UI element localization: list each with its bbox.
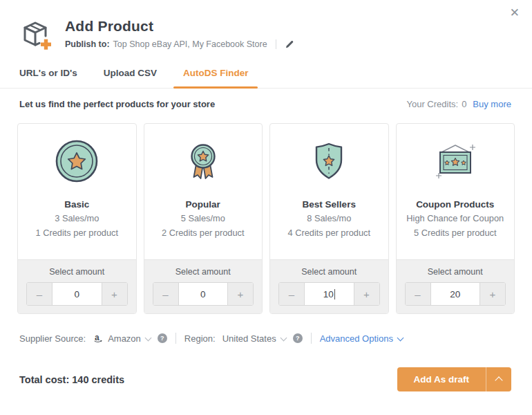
amount-section: Select amount – 10 +: [270, 259, 388, 313]
chevron-down-icon[interactable]: [144, 334, 151, 341]
supplier-options-row: Supplier Source: a Amazon ? Region: Unit…: [0, 333, 532, 344]
finder-subtitle: Let us find the perfect products for you…: [19, 99, 215, 109]
plan-card-coupon-products: Coupon Products High Chance for Coupon 5…: [396, 123, 515, 314]
amount-input[interactable]: 20: [431, 283, 480, 305]
supplier-source-select[interactable]: Amazon: [108, 333, 141, 344]
plan-title: Coupon Products: [397, 199, 515, 210]
finder-subheader: Let us find the perfect products for you…: [0, 99, 532, 109]
svg-text:a: a: [95, 333, 99, 342]
package-plus-icon: [18, 18, 53, 53]
supplier-source-label: Supplier Source:: [19, 333, 86, 344]
plan-sales: 3 Sales/mo: [18, 214, 136, 224]
tab-bar: URL's or ID's Upload CSV AutoDS Finder: [0, 62, 532, 89]
amount-section: Select amount – 20 +: [397, 259, 515, 313]
amount-section: Select amount – 0 +: [144, 259, 263, 313]
amount-stepper: – 20 +: [405, 282, 506, 306]
publish-to-row: Publish to: Top Shop eBay API, My Facebo…: [65, 39, 294, 49]
buy-more-link[interactable]: Buy more: [473, 99, 511, 109]
amount-input[interactable]: 0: [53, 283, 102, 305]
page-title: Add Product: [65, 18, 294, 35]
modal-footer: Total cost: 140 credits Add As draft: [0, 367, 532, 391]
amount-input[interactable]: 0: [179, 283, 228, 305]
plan-cards: Basic 3 Sales/mo 1 Credits per product S…: [17, 123, 515, 314]
credits-value: 0: [462, 99, 466, 109]
credits-label: Your Credits:: [406, 99, 458, 109]
plan-card-popular: Popular 5 Sales/mo 2 Credits per product…: [144, 123, 263, 314]
amount-stepper: – 0 +: [153, 282, 254, 306]
plan-credits: 4 Credits per product: [270, 228, 388, 239]
amazon-icon: a: [93, 333, 104, 344]
chevron-up-icon[interactable]: [486, 367, 511, 391]
plan-title: Best Sellers: [270, 199, 388, 210]
advanced-options-toggle[interactable]: Advanced Options: [320, 333, 406, 344]
tab-autods-finder[interactable]: AutoDS Finder: [173, 62, 258, 88]
divider: [276, 39, 276, 49]
publish-to-stores: Top Shop eBay API, My Facebook Store: [113, 39, 267, 49]
edit-pencil-icon[interactable]: [285, 39, 294, 49]
select-amount-label: Select amount: [405, 267, 506, 277]
region-select[interactable]: United States: [222, 333, 276, 344]
plan-credits: 2 Credits per product: [144, 228, 263, 239]
tab-upload-csv[interactable]: Upload CSV: [94, 62, 167, 88]
text-cursor: [334, 289, 335, 299]
plan-title: Basic: [18, 199, 136, 210]
decrement-button[interactable]: –: [153, 283, 179, 305]
amount-stepper: – 0 +: [26, 282, 128, 306]
divider: [175, 333, 176, 344]
tab-urls-or-ids[interactable]: URL's or ID's: [10, 62, 87, 88]
credits-info: Your Credits: 0 Buy more: [406, 99, 511, 109]
circle-badge-star-icon: [18, 138, 136, 184]
chevron-down-icon: [397, 334, 403, 341]
increment-button[interactable]: +: [479, 283, 505, 305]
close-icon[interactable]: ✕: [507, 4, 522, 21]
chevron-down-icon[interactable]: [280, 334, 287, 341]
medal-ribbon-star-icon: [144, 138, 263, 184]
plan-title: Popular: [144, 199, 263, 210]
increment-button[interactable]: +: [354, 283, 379, 305]
increment-button[interactable]: +: [102, 283, 127, 305]
add-as-draft-button[interactable]: Add As draft: [397, 367, 512, 391]
amount-stepper: – 10 +: [278, 282, 380, 306]
publish-to-label: Publish to:: [65, 39, 110, 49]
select-amount-label: Select amount: [153, 267, 254, 277]
add-product-modal: ✕ Add Product Publish to: Top Shop eBay …: [0, 0, 532, 415]
plan-sales: 5 Sales/mo: [144, 214, 263, 224]
increment-button[interactable]: +: [227, 283, 253, 305]
decrement-button[interactable]: –: [279, 283, 305, 305]
amount-input[interactable]: 10: [305, 283, 354, 305]
region-label: Region:: [184, 333, 216, 344]
decrement-button[interactable]: –: [406, 283, 431, 305]
plan-sales: High Chance for Coupon: [397, 214, 515, 224]
shield-star-icon: [270, 138, 388, 184]
plan-credits: 1 Credits per product: [18, 228, 136, 239]
select-amount-label: Select amount: [278, 267, 380, 277]
decrement-button[interactable]: –: [27, 283, 53, 305]
plan-credits: 5 Credits per product: [397, 228, 515, 239]
plan-card-basic: Basic 3 Sales/mo 1 Credits per product S…: [17, 123, 137, 314]
divider: [311, 333, 312, 344]
modal-header: Add Product Publish to: Top Shop eBay AP…: [0, 0, 532, 53]
select-amount-label: Select amount: [26, 267, 128, 277]
plan-sales: 8 Sales/mo: [270, 214, 388, 224]
amount-section: Select amount – 0 +: [18, 259, 136, 313]
total-cost: Total cost: 140 credits: [19, 374, 124, 385]
coupon-stars-icon: [397, 138, 515, 184]
help-icon[interactable]: ?: [158, 333, 167, 343]
plan-card-best-sellers: Best Sellers 8 Sales/mo 4 Credits per pr…: [269, 123, 389, 314]
help-icon[interactable]: ?: [293, 333, 303, 343]
